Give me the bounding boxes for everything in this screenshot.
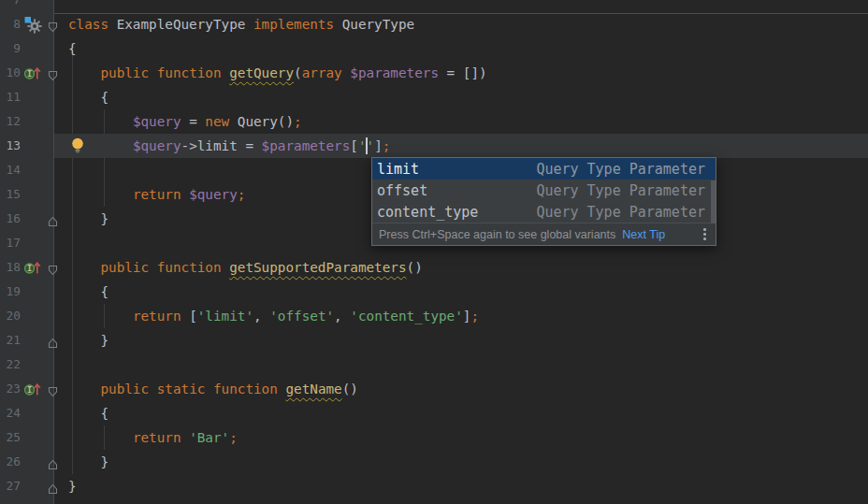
editor-rows: 78class ExampleQueryType implements Quer… bbox=[0, 0, 868, 504]
code-token: , bbox=[253, 309, 269, 324]
code-token bbox=[68, 65, 100, 80]
code-text[interactable]: return ['limit', 'offset', 'content_type… bbox=[54, 304, 868, 328]
popup-scrollbar-thumb[interactable] bbox=[711, 180, 716, 223]
code-token bbox=[149, 382, 157, 396]
code-line-23[interactable]: 23I public static function getName() bbox=[0, 377, 868, 401]
code-token: getSupportedParameters bbox=[229, 260, 406, 275]
completion-item[interactable]: content_typeQuery Type Parameter bbox=[372, 201, 716, 223]
line-number: 25 bbox=[0, 425, 21, 450]
code-text[interactable]: public static function getName() bbox=[54, 377, 868, 401]
code-token bbox=[149, 260, 157, 275]
line-number: 22 bbox=[0, 353, 21, 377]
code-text[interactable]: public function getSupportedParameters() bbox=[54, 255, 868, 280]
completion-item-label: limit bbox=[377, 161, 419, 178]
code-token: [ bbox=[350, 138, 358, 153]
code-line-8[interactable]: 8class ExampleQueryType implements Query… bbox=[0, 12, 868, 36]
code-token: { bbox=[68, 90, 108, 105]
code-token: ] bbox=[374, 138, 383, 153]
code-text[interactable]: public function getQuery(array $paramete… bbox=[54, 61, 868, 85]
code-token: $query bbox=[189, 187, 238, 202]
code-token: return bbox=[133, 187, 181, 202]
code-text[interactable]: $query = new Query(); bbox=[54, 109, 868, 134]
completion-item-type: Query Type Parameter bbox=[536, 204, 705, 221]
code-token: 'offset' bbox=[269, 309, 334, 324]
code-text[interactable]: } bbox=[54, 328, 868, 353]
code-text[interactable]: return 'Bar'; bbox=[54, 425, 868, 450]
implements-method-icon[interactable]: I bbox=[23, 65, 43, 82]
line-number: 16 bbox=[0, 207, 21, 231]
line-number: 9 bbox=[0, 36, 21, 61]
code-text[interactable]: { bbox=[54, 85, 868, 109]
code-token: function bbox=[157, 260, 222, 275]
code-text[interactable]: { bbox=[54, 401, 868, 425]
code-line-25[interactable]: 25 return 'Bar'; bbox=[0, 425, 868, 450]
code-token: } bbox=[68, 479, 77, 494]
svg-text:I: I bbox=[27, 385, 32, 395]
code-line-12[interactable]: 12 $query = new Query(); bbox=[0, 109, 868, 134]
intention-lightbulb-icon[interactable] bbox=[71, 137, 84, 153]
code-line-27[interactable]: 27} bbox=[0, 474, 868, 498]
code-line-22[interactable]: 22 bbox=[0, 353, 868, 377]
code-token: $parameters bbox=[262, 138, 351, 153]
code-token bbox=[222, 260, 230, 275]
next-tip-link[interactable]: Next Tip bbox=[622, 228, 665, 241]
code-token bbox=[222, 65, 230, 80]
code-token: $parameters bbox=[350, 65, 439, 80]
code-token: () bbox=[342, 382, 358, 396]
code-text[interactable]: class ExampleQueryType implements QueryT… bbox=[54, 12, 868, 36]
code-text[interactable]: } bbox=[54, 450, 868, 474]
code-line-20[interactable]: 20 return ['limit', 'offset', 'content_t… bbox=[0, 304, 868, 328]
code-token: ; bbox=[383, 138, 391, 153]
code-line-11[interactable]: 11 { bbox=[0, 85, 868, 109]
code-token: { bbox=[68, 284, 108, 299]
completion-popup: limitQuery Type ParameteroffsetQuery Typ… bbox=[371, 157, 716, 246]
code-line-18[interactable]: 18I public function getSupportedParamete… bbox=[0, 255, 868, 280]
line-number: 11 bbox=[0, 85, 21, 109]
line-number: 18 bbox=[0, 255, 21, 280]
gear-icon[interactable] bbox=[23, 17, 43, 34]
text-caret bbox=[366, 137, 368, 154]
code-token: } bbox=[68, 454, 108, 469]
code-line-13[interactable]: 13 $query->limit = $parameters['']; bbox=[0, 134, 868, 158]
code-line-21[interactable]: 21 } bbox=[0, 328, 868, 353]
code-text[interactable]: $query->limit = $parameters['']; bbox=[54, 134, 868, 158]
code-token: () bbox=[407, 260, 423, 275]
more-options-icon[interactable] bbox=[703, 228, 709, 239]
code-token: static bbox=[157, 382, 206, 396]
code-token: ( bbox=[294, 65, 302, 80]
code-line-10[interactable]: 10I public function getQuery(array $para… bbox=[0, 61, 868, 85]
code-line-9[interactable]: 9{ bbox=[0, 36, 868, 61]
code-token: [ bbox=[181, 309, 197, 324]
code-line-26[interactable]: 26 } bbox=[0, 450, 868, 474]
code-token bbox=[68, 187, 133, 202]
completion-popup-footer: Press Ctrl+Space again to see global var… bbox=[372, 223, 716, 245]
code-line-24[interactable]: 24 { bbox=[0, 401, 868, 425]
completion-item-type: Query Type Parameter bbox=[536, 182, 705, 199]
code-token: class bbox=[68, 17, 108, 32]
line-number: 20 bbox=[0, 304, 21, 328]
code-text[interactable] bbox=[54, 0, 868, 12]
code-editor: 78class ExampleQueryType implements Quer… bbox=[0, 0, 868, 504]
code-token bbox=[149, 65, 157, 80]
completion-item[interactable]: offsetQuery Type Parameter bbox=[372, 180, 716, 201]
code-text[interactable]: { bbox=[54, 280, 868, 304]
completion-item[interactable]: limitQuery Type Parameter bbox=[372, 158, 716, 180]
line-number: 23 bbox=[0, 377, 21, 401]
code-token: { bbox=[68, 406, 108, 421]
code-text[interactable]: } bbox=[54, 474, 868, 498]
code-text[interactable]: { bbox=[54, 36, 868, 61]
code-token: ; bbox=[294, 114, 302, 129]
code-text[interactable] bbox=[54, 353, 868, 377]
code-token: ; bbox=[229, 430, 238, 445]
code-token: { bbox=[68, 41, 77, 56]
code-token: public bbox=[100, 65, 149, 80]
line-number: 24 bbox=[0, 401, 21, 425]
code-line-7[interactable]: 7 bbox=[0, 0, 868, 12]
code-token: ; bbox=[238, 187, 246, 202]
code-token: $query bbox=[133, 138, 181, 153]
code-line-19[interactable]: 19 { bbox=[0, 280, 868, 304]
code-token: 'Bar' bbox=[189, 430, 229, 445]
implements-method-icon[interactable]: I bbox=[23, 260, 43, 277]
implements-method-icon[interactable]: I bbox=[23, 382, 43, 398]
code-token: getQuery bbox=[229, 65, 294, 80]
